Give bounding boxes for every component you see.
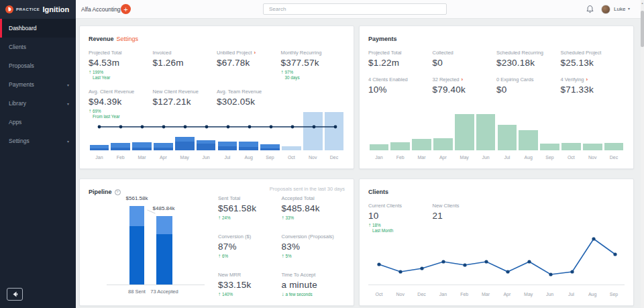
metric-label: Projected Total: [368, 50, 433, 56]
sidebar-item-library[interactable]: Library▾: [0, 94, 76, 113]
sidebar: DashboardClientsProposalsPayments▾Librar…: [0, 19, 76, 308]
drilldown-chevron-icon[interactable]: ›: [462, 76, 464, 83]
collapse-arrow-icon: [11, 291, 19, 298]
metric-label: Current Clients: [368, 203, 433, 209]
revenue-settings-link[interactable]: Settings: [117, 36, 139, 42]
sidebar-item-proposals[interactable]: Proposals: [0, 56, 76, 75]
payments-title: Payments: [368, 36, 397, 42]
revenue-bar-dark-segment: [132, 148, 152, 150]
payments-bar: [455, 114, 474, 150]
metric-value: $4.53m: [89, 58, 153, 68]
revenue-bar: [111, 143, 130, 150]
metric-scheduled-project: Scheduled Project$25.13k: [561, 50, 625, 68]
pipeline-help-icon[interactable]: ?: [115, 189, 121, 195]
metric-delta: ↑6%: [218, 254, 282, 259]
scrollbar-up-arrow[interactable]: ▲: [641, 1, 644, 5]
metric-conversion-proposals: Conversion (Proposals)83%↑5%: [282, 234, 345, 259]
payments-metrics-row2: 4 Clients Enabled10%32 Rejected›$79.40k0…: [368, 76, 625, 95]
metric-delta: ↑5%: [282, 254, 345, 259]
revenue-x-label-sep: Sep: [260, 155, 281, 160]
revenue-bar-slot-nov: [302, 111, 323, 150]
sidebar-item-settings[interactable]: Settings▾: [0, 132, 76, 150]
arrow-up-icon: ↑: [281, 70, 284, 75]
metric-label: Conversion (Proposals): [282, 234, 345, 240]
revenue-bar-slot-aug: [238, 111, 260, 150]
pipeline-baseline: [107, 285, 205, 285]
payments-bar-slot-oct: [560, 113, 582, 150]
clients-metrics: Current Clients10↑18%Last MonthNew Clien…: [368, 203, 625, 233]
delta-main: a few seconds: [286, 292, 313, 297]
arrow-up-icon: ↑: [368, 223, 371, 228]
arrow-up-icon: ↑: [218, 254, 221, 259]
dashboard-main: RevenueSettings Projected Total$4.53m↑19…: [76, 19, 644, 308]
payments-bar: [583, 144, 602, 150]
revenue-x-label-nov: Nov: [302, 155, 323, 160]
metric-new-mrr: New MRR$33.15k↑140%: [218, 272, 282, 297]
revenue-bar-slot-apr: [152, 111, 174, 150]
pipeline-metrics: Sent Total$561.58k↑24%Accepted Total$485…: [218, 195, 345, 297]
metric-label: Conversion ($): [218, 234, 282, 240]
clients-x-label-jan: Jan: [432, 292, 453, 297]
revenue-bar-dark-segment: [175, 142, 195, 150]
metric-label: 4 Verifying›: [561, 76, 625, 83]
search-input[interactable]: [263, 3, 447, 15]
metric-label: Accepted Total: [282, 195, 345, 201]
revenue-bar-slot-feb: [110, 111, 131, 150]
collapse-sidebar-button[interactable]: [7, 288, 23, 301]
sidebar-item-payments[interactable]: Payments▾: [0, 75, 76, 94]
payments-bar-slot-mar: [411, 113, 433, 150]
sidebar-item-label: Proposals: [9, 62, 34, 69]
clients-x-label-sep: Sep: [603, 292, 625, 297]
metric-label: Avg. Team Revenue: [217, 89, 281, 95]
chevron-down-icon: ▾: [67, 139, 69, 144]
metric-32-rejected: 32 Rejected›$79.40k: [433, 76, 497, 95]
user-menu[interactable]: Luke: [614, 6, 625, 12]
revenue-bar-dark-segment: [239, 147, 258, 150]
user-avatar[interactable]: [601, 5, 610, 14]
revenue-bar-dark-segment: [111, 148, 130, 150]
clients-x-label-jul: Jul: [560, 292, 582, 297]
sidebar-item-dashboard[interactable]: Dashboard: [0, 19, 76, 38]
pipeline-panel: Pipeline? Proposals sent in the last 30 …: [79, 178, 354, 306]
revenue-bar-chart: [89, 111, 345, 150]
pipeline-title: Pipeline: [89, 189, 112, 195]
account-name[interactable]: Alfa Accounting: [81, 6, 121, 13]
sidebar-item-apps[interactable]: Apps: [0, 113, 76, 132]
page-scrollbar: ▲: [641, 0, 644, 308]
drilldown-chevron-icon[interactable]: ›: [586, 76, 588, 83]
metric-invoiced: Invoiced$1.26m: [153, 50, 217, 80]
metric-label: Time To Accept: [282, 272, 345, 278]
brand-text-ignition: Ignition: [42, 5, 69, 13]
scrollbar-thumb[interactable]: [641, 11, 644, 47]
revenue-x-label-feb: Feb: [110, 155, 131, 160]
add-button[interactable]: +: [121, 4, 131, 14]
metric-value: 83%: [282, 242, 345, 252]
chevron-down-icon: ▾: [67, 101, 69, 106]
metric-conversion: Conversion ($)87%↑6%: [218, 234, 282, 259]
notifications-bell-icon[interactable]: [586, 5, 594, 14]
payments-bar: [498, 125, 517, 150]
metric-value: $0: [496, 85, 561, 95]
payments-bar: [604, 143, 624, 150]
clients-x-label-feb: Feb: [453, 292, 475, 297]
payments-bar: [370, 144, 389, 150]
metric-value: $67.78k: [217, 58, 281, 68]
payments-bar-slot-nov: [582, 113, 603, 150]
payments-bar-slot-dec: [603, 113, 625, 150]
payments-bar: [540, 144, 559, 150]
sidebar-item-label: Dashboard: [9, 25, 37, 32]
pipeline-bar-73-accepted: [156, 216, 172, 285]
payments-bar: [476, 114, 496, 150]
delta-main: 5%: [286, 254, 292, 259]
sidebar-item-clients[interactable]: Clients: [0, 38, 76, 56]
revenue-bar-slot-sep: [260, 111, 281, 150]
metric-4-verifying: 4 Verifying›$71.33k: [561, 76, 625, 95]
revenue-bar: [239, 142, 258, 150]
user-menu-caret-icon[interactable]: ▾: [628, 6, 630, 11]
drilldown-chevron-icon[interactable]: ›: [254, 50, 256, 56]
metric-value: $79.40k: [433, 85, 497, 95]
metric-label: 4 Clients Enabled: [368, 76, 433, 83]
clients-line-svg: [368, 233, 626, 287]
payments-x-label-dec: Dec: [603, 155, 625, 160]
revenue-x-label-jul: Jul: [217, 155, 238, 160]
